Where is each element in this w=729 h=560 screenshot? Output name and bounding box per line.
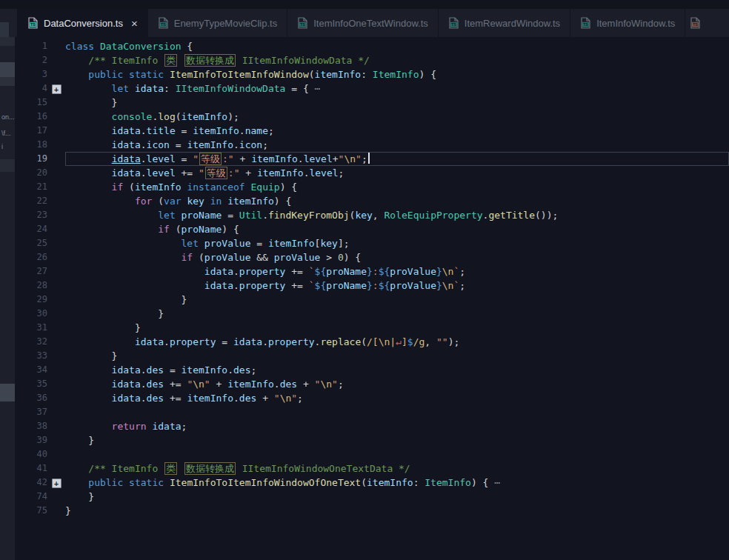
code-line[interactable]: 41 /** ItemInfo 类 数据转换成 IItemInfoWindowO…	[15, 461, 729, 476]
code-text[interactable]: }	[65, 321, 729, 335]
code-text[interactable]: /** ItemInfo 类 数据转换成 IItemInfoWindowOneT…	[65, 461, 729, 476]
gutter-fold-column	[47, 405, 65, 419]
code-text[interactable]: if (proName) {	[65, 222, 729, 236]
code-text[interactable]: }	[65, 504, 729, 518]
code-text[interactable]: }	[65, 433, 729, 447]
code-token: return	[65, 421, 147, 432]
code-line[interactable]: 16 console.log(itemInfo);	[15, 110, 729, 124]
code-line[interactable]: 36 idata.des += itemInfo.des + "\n";	[15, 391, 729, 405]
code-token: +	[210, 379, 227, 390]
code-line[interactable]: 1class DataConversion {	[15, 39, 729, 53]
code-line[interactable]: 18 idata.icon = itemInfo.icon;	[15, 138, 729, 152]
code-text[interactable]: idata.level = "等级:" + itemInfo.level+"\n…	[65, 152, 729, 166]
tab-dataconversion-ts[interactable]: TSDataConversion.ts×	[18, 9, 148, 37]
code-line[interactable]: 40	[15, 447, 729, 461]
code-line[interactable]: 19 idata.level = "等级:" + itemInfo.level+…	[15, 152, 729, 166]
code-editor-area[interactable]: 1class DataConversion {2 /** ItemInfo 类 …	[15, 37, 729, 560]
code-token: +=	[176, 167, 199, 179]
code-line[interactable]: 17 idata.title = itemInfo.name;	[15, 124, 729, 138]
code-text[interactable]: idata.title = itemInfo.name;	[65, 124, 729, 138]
code-line[interactable]: 26 if (proValue && proValue > 0) {	[15, 250, 729, 264]
code-text[interactable]	[65, 405, 729, 419]
tab-partial[interactable]: TS	[685, 9, 702, 37]
code-token: ) {	[222, 224, 239, 235]
code-token: 等级	[205, 167, 227, 179]
line-number: 32	[15, 335, 47, 349]
code-text[interactable]: return idata;	[65, 419, 729, 433]
close-tab-icon[interactable]: ×	[131, 18, 138, 29]
code-text[interactable]: for (var key in itemInfo) {	[65, 194, 729, 208]
code-token: idata	[65, 125, 141, 136]
code-line[interactable]: 27 idata.property += `${proName}:${proVa…	[15, 264, 729, 279]
code-line[interactable]: 42+ public static ItemInfoToItemInfoWind…	[15, 476, 729, 490]
code-line[interactable]: 33 }	[15, 349, 729, 363]
code-line[interactable]: 31 }	[15, 321, 729, 335]
ts-file-icon: TS	[158, 17, 169, 29]
code-line[interactable]: 21 if (itemInfo instanceof Equip) {	[15, 180, 729, 194]
code-line[interactable]: 74 }	[15, 490, 729, 504]
code-text[interactable]: idata.level += "等级:" + itemInfo.level;	[65, 166, 729, 180]
code-line[interactable]: 4+ let idata: IItemInfoWindowData = { ⋯	[15, 81, 729, 96]
code-token: .	[298, 153, 304, 164]
code-text[interactable]	[65, 447, 729, 461]
code-token: ) {	[471, 477, 494, 488]
code-line[interactable]: 2 /** ItemInfo 类 数据转换成 IItemInfoWindowDa…	[15, 53, 729, 67]
gutter-fold-column	[47, 194, 65, 208]
code-text[interactable]: console.log(itemInfo);	[65, 110, 729, 124]
code-text[interactable]: }	[65, 307, 729, 321]
code-line[interactable]: 34 idata.des = itemInfo.des;	[15, 363, 729, 377]
tab-enemytypemovieclip-ts[interactable]: TSEnemyTypeMovieClip.ts	[148, 9, 287, 37]
code-line[interactable]: 24 if (proName) {	[15, 222, 729, 236]
code-text[interactable]: /** ItemInfo 类 数据转换成 IItemInfoWindowData…	[65, 53, 729, 67]
code-token: /** ItemInfo	[65, 463, 164, 474]
tab-itemrewardwindow-ts[interactable]: TSItemRewardWindow.ts	[439, 9, 570, 37]
code-text[interactable]: idata.icon = itemInfo.icon;	[65, 138, 729, 152]
explorer-sidebar-sliver[interactable]: on... \f... i	[0, 37, 15, 560]
code-line[interactable]: 22 for (var key in itemInfo) {	[15, 194, 729, 208]
code-token: .	[233, 280, 239, 291]
code-token: property	[239, 280, 286, 291]
code-text[interactable]: let proValue = itemInfo[key];	[65, 236, 729, 250]
tab-iteminfoonetextwindow-ts[interactable]: TSItemInfoOneTextWindow.ts	[287, 9, 439, 37]
code-text[interactable]: }	[65, 349, 729, 363]
code-line[interactable]: 29 }	[15, 293, 729, 307]
code-token: itemInfo	[193, 125, 239, 136]
code-text[interactable]: if (itemInfo instanceof Equip) {	[65, 180, 729, 194]
code-text[interactable]: idata.property += `${proName}:${proValue…	[65, 279, 729, 293]
code-text[interactable]: let proName = Util.findKeyFromObj(key, R…	[65, 208, 729, 222]
code-line[interactable]: 15 }	[15, 96, 729, 110]
gutter-fold-column	[47, 433, 65, 447]
tab-iteminfowindow-ts[interactable]: TSItemInfoWindow.ts	[570, 9, 685, 37]
code-text[interactable]: idata.des += "\n" + itemInfo.des + "\n";	[65, 377, 729, 391]
fold-expand-icon[interactable]: +	[52, 479, 61, 488]
code-line[interactable]: 25 let proValue = itemInfo[key];	[15, 236, 729, 250]
code-text[interactable]: idata.des = itemInfo.des;	[65, 363, 729, 377]
code-line[interactable]: 75}	[15, 504, 729, 518]
code-text[interactable]: if (proValue && proValue > 0) {	[65, 250, 729, 264]
code-line[interactable]: 3 public static ItemInfoToItemInfoWindow…	[15, 67, 729, 81]
code-line[interactable]: 30 }	[15, 307, 729, 321]
code-line[interactable]: 20 idata.level += "等级:" + itemInfo.level…	[15, 166, 729, 180]
code-line[interactable]: 35 idata.des += "\n" + itemInfo.des + "\…	[15, 377, 729, 391]
line-number: 36	[15, 391, 47, 405]
sidebar-row	[0, 77, 15, 86]
code-line[interactable]: 32 idata.property = idata.property.repla…	[15, 335, 729, 349]
code-text[interactable]: }	[65, 293, 729, 307]
code-text[interactable]: }	[65, 490, 729, 504]
code-text[interactable]: idata.des += itemInfo.des + "\n";	[65, 391, 729, 405]
code-text[interactable]: }	[65, 96, 729, 110]
code-text[interactable]: idata.property = idata.property.replace(…	[65, 335, 729, 349]
code-line[interactable]: 23 let proName = Util.findKeyFromObj(key…	[15, 208, 729, 222]
code-line[interactable]: 39 }	[15, 433, 729, 447]
code-line[interactable]: 37	[15, 405, 729, 419]
code-text[interactable]: class DataConversion {	[65, 39, 729, 53]
code-text[interactable]: idata.property += `${proName}:${proValue…	[65, 264, 729, 279]
code-line[interactable]: 28 idata.property += `${proName}:${proVa…	[15, 279, 729, 293]
fold-expand-icon[interactable]: +	[52, 84, 61, 94]
code-line[interactable]: 38 return idata;	[15, 419, 729, 433]
code-token: icon	[239, 139, 262, 150]
code-text[interactable]: public static ItemInfoToItemInfoWindow(i…	[65, 67, 729, 81]
code-text[interactable]: public static ItemInfoToItemInfoWindowOf…	[65, 476, 729, 490]
code-token: key	[320, 238, 337, 249]
code-text[interactable]: let idata: IItemInfoWindowData = { ⋯	[65, 81, 729, 96]
